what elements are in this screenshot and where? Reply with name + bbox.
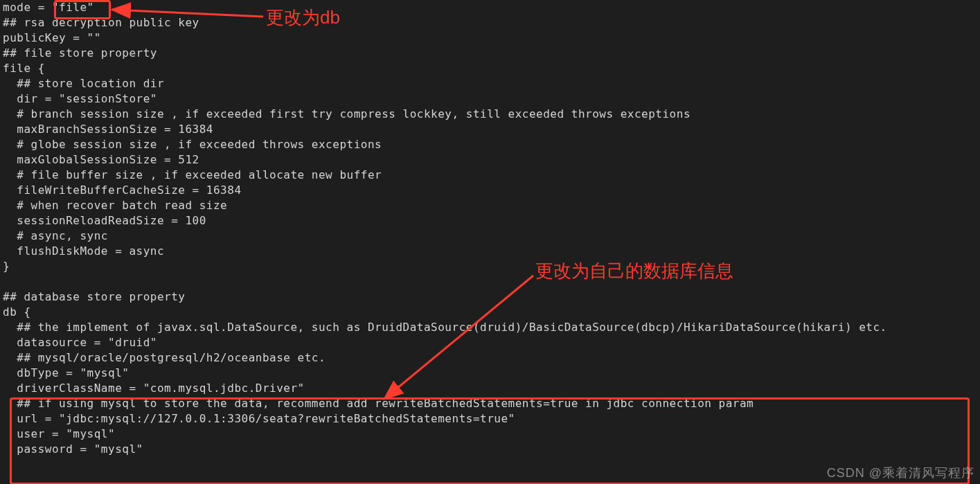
config-code-block: mode = "file" ## rsa decryption public k… — [3, 0, 887, 457]
watermark: CSDN @乘着清风写程序 — [827, 465, 974, 481]
